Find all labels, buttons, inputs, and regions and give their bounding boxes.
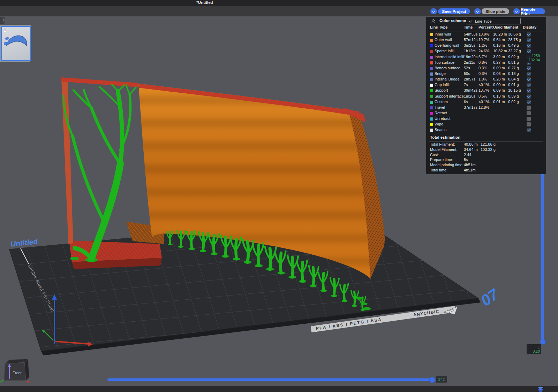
total-row-label: Model Filament: [430,147,457,152]
line-type-color-swatch [430,33,433,36]
layers-icon[interactable] [537,386,544,392]
line-type-length: 0.27 m [493,60,505,64]
divider [429,141,543,141]
line-type-time: 7s [464,83,468,87]
display-checkbox[interactable] [527,32,531,37]
line-type-length: 0.28 m [493,77,505,81]
line-type-weight: 0.18 g [508,71,519,76]
line-type-label: Support interface [435,94,464,98]
chevron-down-icon [515,9,519,13]
color-scheme-panel: Color scheme Line Type Line Type Time Pe… [426,17,546,174]
display-checkbox[interactable] [527,100,531,104]
line-type-color-swatch [430,61,433,64]
total-row-label: Prepare time: [430,157,453,162]
remote-print-dropdown-button[interactable] [513,8,520,14]
panel-collapse-button[interactable] [431,18,436,23]
line-type-percent: <0.1% [478,100,490,104]
line-type-row[interactable]: Gap infill 7s <0.1% 0.00 m 0.01 g [426,82,546,88]
display-checkbox[interactable] [527,89,531,93]
line-type-color-swatch [430,117,433,121]
dropdown-value: Line Type [475,19,492,23]
gizmo-x-axis [27,381,30,382]
slice-dropdown-button[interactable] [474,8,481,14]
top-layer-height: 132.04 [526,58,540,62]
line-type-time: 19m29s [464,55,477,59]
layer-slider-bottom-handle[interactable] [540,339,546,345]
plate-number: 1 [3,28,6,33]
model-base-slab [69,222,165,269]
line-type-row[interactable]: Outer wall 57m12s 19.7% 9.64 m 28.75 g [426,37,546,43]
total-row-value2: 121.86 g [481,142,496,146]
line-type-percent: 1.0% [478,77,487,81]
plate-thumbnail-card: 1 [0,25,31,62]
move-value: 342 [438,377,445,382]
line-type-row[interactable]: Custom 6s <0.1% 0.01 m 0.02 g [426,99,546,105]
save-project-button[interactable]: Save Project [438,8,470,14]
tree-support-left[interactable] [63,84,136,262]
display-checkbox[interactable] [527,44,531,48]
line-type-row[interactable]: Travel 37m17s 12.8% [426,105,546,110]
line-type-color-swatch [430,50,433,53]
line-type-row[interactable]: Inner wall 54m53s 18.9% 10.28 m 30.66 g [426,32,546,37]
total-row: Total time: 4h51m [426,168,546,173]
line-type-time: 2m57s [464,77,475,81]
line-type-weight: 9.02 g [508,55,519,59]
chevron-down-icon [469,19,472,22]
line-type-label: Travel [435,105,445,109]
line-type-length: 0.09 m [493,66,505,70]
line-type-row[interactable]: Bottom surface 52s 0.3% 0.09 m 0.27 g [426,66,546,71]
move-slider-track[interactable] [107,378,435,381]
gizmo-z-label: z [22,360,24,363]
save-project-dropdown-button[interactable] [430,8,437,14]
line-type-time: 52s [464,66,470,70]
display-checkbox[interactable] [527,66,531,70]
line-type-row[interactable]: Seams [426,127,546,133]
line-type-row[interactable]: Retract [426,110,546,116]
plate-thumbnail[interactable]: 1 [1,26,31,61]
display-checkbox[interactable] [527,94,531,99]
total-row: Cost: 2.44 [426,153,546,158]
bottom-bar [0,386,558,392]
display-checkbox[interactable] [527,128,531,132]
gizmo-y-axis [0,380,3,382]
display-checkbox[interactable] [527,77,531,82]
line-type-label: Outer wall [435,38,452,42]
display-checkbox[interactable] [527,83,531,87]
line-type-row[interactable]: Bridge 50s 0.3% 0.06 m 0.18 g [426,71,546,77]
plate-list-expand-button[interactable] [0,17,5,24]
line-type-row[interactable]: Overhang wall 3m25s 1.2% 0.16 m 0.49 g [426,43,546,48]
line-type-label: Unretract [435,116,450,121]
display-checkbox[interactable] [527,38,531,42]
total-row-value2: 103.32 g [481,147,496,152]
slice-plate-label: Slice plate [485,9,505,14]
line-type-percent: <0.1% [478,83,490,87]
line-type-color-swatch [430,39,433,42]
view-cube-front-label: Front [13,371,22,375]
line-type-percent: 24.6% [478,49,489,53]
slice-plate-button[interactable]: Slice plate [482,8,509,14]
color-scheme-dropdown[interactable]: Line Type [466,18,521,24]
line-type-weight: 0.02 g [508,100,519,104]
line-type-row[interactable]: Unretract [426,116,546,122]
top-layer-number: 1259 [526,54,540,58]
floor-plate-number: 07 [478,285,502,309]
line-type-color-swatch [430,95,433,98]
display-checkbox[interactable] [527,72,531,76]
line-type-length: 3.02 m [493,55,505,59]
line-type-row[interactable]: Wipe [426,122,546,127]
total-row-value1: 34.64 m [464,147,478,152]
display-checkbox[interactable] [527,122,531,126]
line-type-row[interactable]: Support 39m42s 13.7% 6.09 m 18.15 g [426,88,546,93]
display-checkbox[interactable] [527,117,531,121]
display-checkbox[interactable] [527,106,531,110]
remote-print-button[interactable]: Remote Print [521,8,545,14]
total-row-label: Model printing time: [430,163,463,167]
view-cube[interactable]: Front z [0,359,30,382]
line-type-time: 57m12s [464,38,477,42]
line-type-row[interactable]: Internal Bridge 2m57s 1.0% 0.28 m 0.84 g [426,77,546,82]
display-checkbox[interactable] [527,111,531,115]
move-slider-handle[interactable] [429,377,435,383]
line-type-row[interactable]: Support interface 1m28s 0.5% 0.13 m 0.39… [426,94,546,99]
line-type-weight: 30.66 g [508,32,521,36]
line-type-label: Bridge [435,71,446,76]
